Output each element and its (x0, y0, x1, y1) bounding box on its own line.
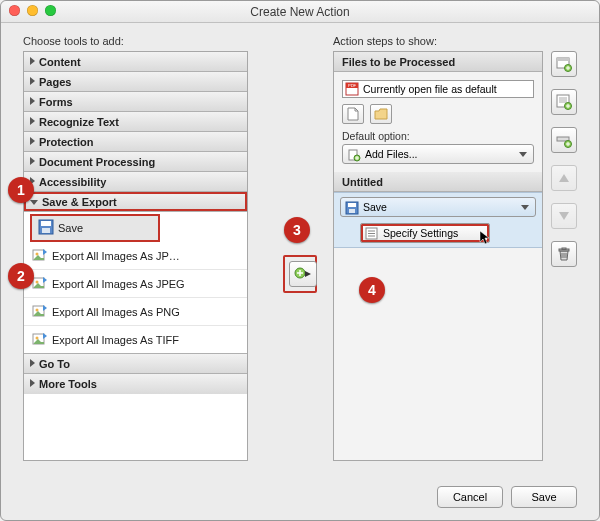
svg-text:PDF: PDF (348, 83, 357, 88)
move-up-button (551, 165, 577, 191)
specify-settings-button[interactable]: Specify Settings (360, 223, 490, 243)
svg-rect-28 (562, 248, 566, 250)
folder-icon (374, 108, 388, 120)
svg-point-10 (36, 337, 39, 340)
callout-3: 3 (284, 217, 310, 243)
callout-1: 1 (8, 177, 34, 203)
chevron-down-icon (521, 205, 529, 210)
dialog-window: Create New Action Choose tools to add: C… (0, 0, 600, 521)
step-save[interactable]: Save Specify Settings (334, 192, 542, 248)
tool-export-jpeg[interactable]: Export All Images As JPEG (24, 270, 247, 298)
image-export-icon (32, 275, 48, 291)
svg-rect-17 (348, 203, 356, 207)
tools-panel: Content Pages Forms Recognize Text Prote… (23, 51, 248, 461)
svg-point-8 (36, 309, 39, 312)
panel-plus-icon (556, 56, 572, 72)
callout-2: 2 (8, 263, 34, 289)
group-save-export[interactable]: Save & Export (24, 192, 247, 212)
image-export-icon (32, 247, 48, 263)
close-icon[interactable] (9, 5, 20, 16)
floppy-icon (345, 201, 359, 215)
settings-list-icon (365, 227, 378, 240)
choose-tools-label: Choose tools to add: (23, 35, 248, 47)
add-panel-button[interactable] (551, 51, 577, 77)
add-step-area (283, 255, 317, 293)
steps-panel: Files to be Processed PDF Currently open… (333, 51, 543, 461)
floppy-icon (38, 219, 54, 235)
tool-export-tiff[interactable]: Export All Images As TIFF (24, 326, 247, 354)
image-export-icon (32, 331, 48, 347)
add-files-icon (347, 148, 361, 162)
cancel-button[interactable]: Cancel (437, 486, 503, 508)
group-content[interactable]: Content (24, 52, 247, 72)
group-protection[interactable]: Protection (24, 132, 247, 152)
add-file-button[interactable] (342, 104, 364, 124)
group-go-to[interactable]: Go To (24, 354, 247, 374)
tool-export-png[interactable]: Export All Images As PNG (24, 298, 247, 326)
svg-point-6 (36, 281, 39, 284)
default-option-label: Default option: (342, 130, 534, 142)
tool-save[interactable]: Save (30, 214, 160, 242)
triangle-down-icon (558, 211, 570, 221)
add-step-button[interactable] (289, 261, 317, 287)
chevron-down-icon (519, 152, 527, 157)
group-forms[interactable]: Forms (24, 92, 247, 112)
group-more-tools[interactable]: More Tools (24, 374, 247, 394)
section-files: Files to be Processed (334, 52, 542, 72)
group-recognize-text[interactable]: Recognize Text (24, 112, 247, 132)
group-accessibility[interactable]: Accessibility (24, 172, 247, 192)
window-title: Create New Action (250, 5, 349, 19)
image-export-icon (32, 303, 48, 319)
plus-arrow-icon (294, 267, 312, 281)
step-save-dropdown[interactable]: Save (340, 197, 536, 217)
move-down-button (551, 203, 577, 229)
svg-rect-18 (349, 209, 355, 213)
callout-4: 4 (359, 277, 385, 303)
svg-rect-1 (41, 221, 51, 226)
svg-rect-2 (42, 228, 50, 233)
default-file-box: PDF Currently open file as default (342, 80, 534, 98)
add-folder-button[interactable] (370, 104, 392, 124)
delete-step-button[interactable] (551, 241, 577, 267)
file-icon (347, 107, 359, 121)
pdf-icon: PDF (345, 82, 359, 96)
section-untitled: Untitled (334, 172, 542, 192)
add-instruction-button[interactable] (551, 89, 577, 115)
add-divider-button[interactable] (551, 127, 577, 153)
divider-plus-icon (556, 132, 572, 148)
trash-icon (557, 247, 571, 261)
tool-export-jp[interactable]: Export All Images As JP… (24, 242, 247, 270)
svg-rect-21 (557, 58, 569, 61)
action-steps-label: Action steps to show: (333, 35, 543, 47)
save-button[interactable]: Save (511, 486, 577, 508)
minimize-icon[interactable] (27, 5, 38, 16)
list-plus-icon (556, 94, 572, 110)
group-pages[interactable]: Pages (24, 72, 247, 92)
default-option-dropdown[interactable]: Add Files... (342, 144, 534, 164)
cursor-icon (479, 230, 491, 246)
titlebar: Create New Action (1, 1, 599, 23)
triangle-up-icon (558, 173, 570, 183)
group-document-processing[interactable]: Document Processing (24, 152, 247, 172)
zoom-icon[interactable] (45, 5, 56, 16)
